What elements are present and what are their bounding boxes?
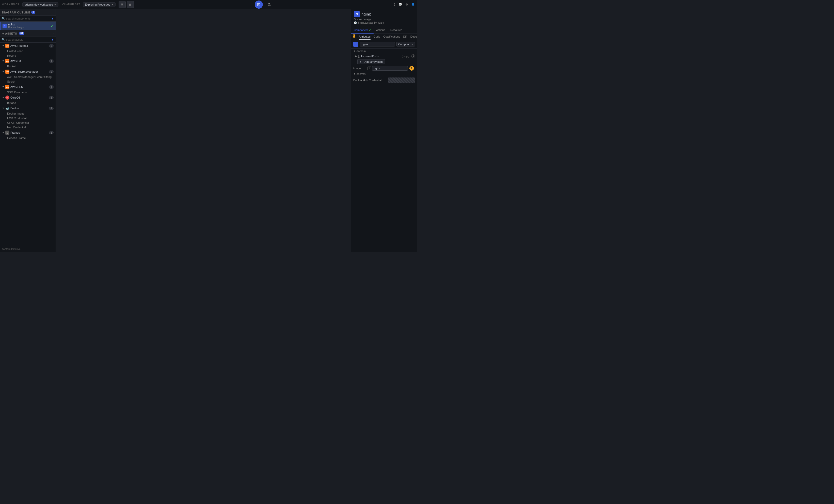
help-icon[interactable]: ? bbox=[394, 3, 395, 6]
coreos-icon: ⊕ bbox=[5, 95, 9, 100]
lab-nav-button[interactable]: ⚗ bbox=[265, 1, 273, 9]
image-type-icon: T bbox=[368, 67, 371, 70]
exposed-ports-label: ExposedPorts bbox=[361, 54, 401, 58]
component-name-input[interactable]: nginx bbox=[360, 42, 395, 46]
attr-tab-diff[interactable]: Diff bbox=[403, 34, 407, 40]
asset-item-ssm-param[interactable]: SSM Parameter bbox=[0, 90, 56, 94]
asset-item-docker-image[interactable]: Docker Image bbox=[0, 111, 56, 116]
change-set-chevron-icon bbox=[111, 4, 113, 5]
asset-item-secret[interactable]: Secret bbox=[0, 79, 56, 84]
workspace-selector[interactable]: adam's dev workspace bbox=[22, 2, 59, 7]
panel-title-row: N nginx ⋮ bbox=[354, 11, 414, 17]
settings-icon[interactable]: ⚙ bbox=[405, 3, 408, 6]
nginx-info: nginx Docker Image bbox=[8, 23, 49, 29]
route53-count: 2 bbox=[49, 44, 53, 47]
ssm-count: 1 bbox=[49, 85, 53, 89]
s3-name: AWS S3 bbox=[10, 60, 48, 63]
filter-icon[interactable]: ▼ bbox=[51, 17, 54, 20]
asset-item-hosted-zone[interactable]: Hosted Zone bbox=[0, 49, 56, 53]
user-avatar[interactable]: 👤 bbox=[411, 3, 415, 6]
asset-item-secrets-string[interactable]: AWS SecretsManager Secret String bbox=[0, 75, 56, 79]
search-assets-input[interactable] bbox=[6, 38, 50, 41]
asset-filter-icon[interactable]: ▼ bbox=[51, 38, 54, 41]
change-set-selector[interactable]: Exploring Properties bbox=[83, 2, 115, 7]
asset-group-route53[interactable]: ▼ aws AWS Route53 2 bbox=[0, 43, 56, 49]
secrets-section-header[interactable]: ▼ secrets bbox=[351, 71, 417, 76]
asset-group-frames[interactable]: ▼ □ Frames 1 bbox=[0, 130, 56, 136]
panel-component-name: nginx bbox=[361, 12, 410, 16]
secrets-chevron-icon: ▼ bbox=[353, 73, 355, 75]
grid-icon-button[interactable]: ⊞ bbox=[118, 1, 126, 8]
asset-search-icon: 🔍 bbox=[2, 38, 5, 41]
route53-icon: aws bbox=[5, 44, 9, 48]
asset-item-bucket[interactable]: Bucket bbox=[0, 64, 56, 69]
discord-icon[interactable]: 💬 bbox=[398, 3, 402, 6]
attr-tab-attributes[interactable]: Attributes bbox=[359, 34, 371, 40]
diagram-nav-button[interactable]: ⊡ bbox=[255, 1, 263, 9]
system-initiative-label: System Initiative bbox=[0, 246, 56, 252]
tab-component[interactable]: Component ✓ bbox=[351, 27, 374, 34]
diagram-outline-badge: 1 bbox=[31, 11, 35, 14]
color-swatch[interactable] bbox=[353, 42, 358, 47]
secrets-name: AWS SecretsManager bbox=[10, 70, 48, 73]
tab-resource[interactable]: Resource bbox=[388, 27, 405, 34]
asset-group-s3[interactable]: ▼ aws AWS S3 1 bbox=[0, 58, 56, 64]
exposed-ports-info-icon[interactable]: ℹ bbox=[411, 54, 415, 58]
nginx-check-icon: ✓ bbox=[50, 24, 53, 28]
assets-header: ◈ ASSETS 81 ℹ bbox=[0, 30, 56, 37]
component-name-row: nginx Compon... bbox=[351, 40, 417, 48]
exposed-ports-expand-icon: ▶ bbox=[355, 55, 357, 58]
coreos-chevron-icon: ▼ bbox=[2, 96, 4, 99]
image-input-wrapper: T nginx bbox=[368, 66, 408, 71]
secrets-chevron-icon: ▼ bbox=[2, 70, 4, 73]
asset-group-ssm[interactable]: ▼ aws AWS SSM 1 bbox=[0, 84, 56, 90]
top-bar: WORKSPACE: adam's dev workspace CHANGE S… bbox=[0, 0, 417, 9]
tab-actions[interactable]: Actions bbox=[374, 27, 388, 34]
image-row: image T nginx 2 bbox=[351, 65, 417, 71]
panel-timestamp: 🕐 8 minutes ago by adam bbox=[354, 21, 414, 25]
domain-chevron-icon: ▼ bbox=[353, 50, 355, 52]
asset-item-hub-credential[interactable]: Hub Credential bbox=[0, 125, 56, 130]
frames-count: 1 bbox=[49, 131, 53, 134]
array-icon: [ ] bbox=[358, 55, 360, 58]
main-layout: DIAGRAM OUTLINE 1 🔍 ▼ N nginx Docker Ima… bbox=[0, 9, 417, 252]
attr-tab-code[interactable]: Code bbox=[374, 34, 380, 40]
asset-group-secrets[interactable]: ▼ aws AWS SecretsManager 2 bbox=[0, 69, 56, 75]
attr-tab-qualifications[interactable]: Qualifications bbox=[383, 34, 400, 40]
diagram-item-nginx[interactable]: N nginx Docker Image ✓ bbox=[0, 22, 56, 30]
image-value-input[interactable]: nginx bbox=[372, 66, 408, 71]
docker-hub-credential-row: Docker Hub Credential bbox=[351, 76, 417, 84]
component-type-select[interactable]: Compon... bbox=[396, 42, 415, 46]
asset-item-ecr-credential[interactable]: ECR Credential bbox=[0, 116, 56, 120]
nginx-icon: N bbox=[3, 24, 7, 28]
add-array-item-button[interactable]: + + Add array item bbox=[357, 59, 385, 64]
delete-icon-button[interactable]: 🗑 bbox=[127, 1, 134, 8]
asset-group-docker[interactable]: ▼ 🐋 Docker 4 bbox=[0, 105, 56, 111]
diagram-outline-header: DIAGRAM OUTLINE 1 bbox=[0, 9, 56, 16]
search-components-input[interactable] bbox=[6, 17, 50, 20]
docker-hub-value[interactable] bbox=[388, 78, 415, 83]
assets-info-icon[interactable]: ℹ bbox=[52, 32, 53, 35]
panel-header: N nginx ⋮ Docker Image 🕐 8 minutes ago b… bbox=[351, 9, 417, 27]
asset-item-generic-frame[interactable]: Generic Frame bbox=[0, 136, 56, 140]
docker-hub-label: Docker Hub Credential bbox=[353, 79, 386, 82]
attr-tabs: 1 Attributes Code Qualifications Diff De… bbox=[351, 34, 417, 40]
domain-section-header[interactable]: ▼ domain bbox=[351, 48, 417, 53]
asset-search-bar: 🔍 ▼ bbox=[0, 37, 56, 43]
attr-tab-debug[interactable]: Debug bbox=[410, 34, 417, 40]
clock-icon: 🕐 bbox=[354, 21, 357, 24]
asset-group-coreos[interactable]: ▼ ⊕ CoreOS 1 bbox=[0, 94, 56, 101]
docker-count: 4 bbox=[49, 107, 53, 110]
frames-name: Frames bbox=[10, 131, 48, 134]
assets-list: ▼ aws AWS Route53 2 Hosted Zone Record ▼… bbox=[0, 43, 56, 246]
s3-icon: aws bbox=[5, 59, 9, 63]
assets-title: ASSETS bbox=[5, 32, 17, 35]
asset-item-butane[interactable]: Butane bbox=[0, 101, 56, 105]
assets-badge: 81 bbox=[19, 32, 24, 35]
right-panel: N nginx ⋮ Docker Image 🕐 8 minutes ago b… bbox=[351, 9, 417, 252]
image-label: image bbox=[353, 67, 366, 70]
asset-item-record[interactable]: Record bbox=[0, 53, 56, 58]
asset-item-ghcr-credential[interactable]: GHCR Credential bbox=[0, 120, 56, 125]
ssm-chevron-icon: ▼ bbox=[2, 86, 4, 88]
panel-menu-button[interactable]: ⋮ bbox=[411, 13, 414, 16]
